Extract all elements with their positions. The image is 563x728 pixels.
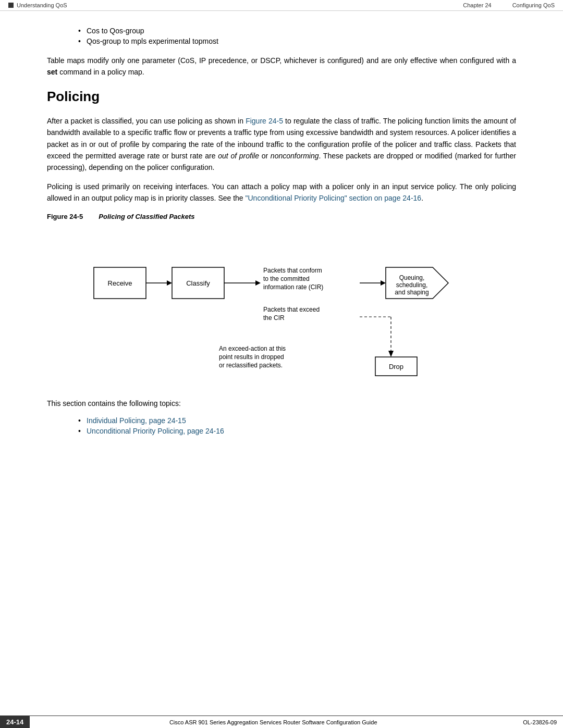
packets-conform-text2: to the committed <box>263 275 310 282</box>
figure-link[interactable]: Figure 24-5 <box>246 117 283 125</box>
para1: After a packet is classified, you can us… <box>47 115 516 174</box>
header-section-label: Understanding QoS <box>17 2 67 8</box>
table-maps-text1: Table maps modify only one parameter (Co… <box>47 56 516 65</box>
list-item: Individual Policing, page 24-15 <box>78 416 516 425</box>
footer-right-text: OL-23826-09 <box>517 716 563 728</box>
exceed-action-text2: point results in dropped <box>219 353 284 361</box>
receive-label: Receive <box>108 279 132 287</box>
table-maps-text2: command in a policy map. <box>59 68 144 76</box>
list-item: Qos-group to mpls experimental topmost <box>78 37 516 45</box>
exceed-action-text1: An exceed-action at this <box>219 345 286 352</box>
exceed-action-text3: or reclassified packets. <box>219 362 283 369</box>
para1-italic2: nonconforming <box>271 152 319 160</box>
header-icon <box>8 3 14 8</box>
svg-marker-2 <box>167 280 172 286</box>
table-maps-para: Table maps modify only one parameter (Co… <box>47 55 516 78</box>
classify-label: Classify <box>186 279 210 287</box>
individual-policing-link[interactable]: Individual Policing, page 24-15 <box>87 416 186 425</box>
footer-center-text: Cisco ASR 901 Series Aggregation Service… <box>30 716 517 728</box>
unconditional-priority-link[interactable]: Unconditional Priority Policing, page 24… <box>87 427 224 435</box>
svg-marker-11 <box>388 351 394 357</box>
queuing-text1: Queuing, <box>399 274 425 281</box>
footer-page-number: 24-14 <box>0 716 30 728</box>
drop-label: Drop <box>389 363 403 371</box>
header-configuring: Configuring QoS <box>512 2 555 8</box>
list-item: Unconditional Priority Policing, page 24… <box>78 427 516 435</box>
figure-title: Policing of Classified Packets <box>99 213 194 220</box>
diagram-container: Receive Classify Packets that conform to… <box>47 226 516 387</box>
figure-label: Figure 24-5 <box>47 213 83 220</box>
queuing-text2: scheduling, <box>396 281 428 289</box>
packets-conform-text1: Packets that conform <box>263 267 322 274</box>
topics-intro: This section contains the following topi… <box>47 398 516 409</box>
figure-caption: Figure 24-5 Policing of Classified Packe… <box>47 213 516 220</box>
section-heading: Policing <box>47 89 516 105</box>
svg-marker-7 <box>381 280 386 286</box>
main-content: Cos to Qos-group Qos-group to mpls exper… <box>0 11 563 486</box>
topics-list: Individual Policing, page 24-15 Uncondit… <box>78 416 516 435</box>
para1-text1: After a packet is classified, you can us… <box>47 117 246 125</box>
packets-exceed-text2: the CIR <box>263 314 285 322</box>
footer-bar: 24-14 Cisco ASR 901 Series Aggregation S… <box>0 715 563 728</box>
header-right: Chapter 24 Configuring QoS <box>463 2 555 8</box>
packets-exceed-text1: Packets that exceed <box>263 306 320 313</box>
intro-bullet-list: Cos to Qos-group Qos-group to mpls exper… <box>78 27 516 45</box>
header-chapter: Chapter 24 <box>463 2 491 8</box>
policing-diagram: Receive Classify Packets that conform to… <box>83 226 480 387</box>
queuing-text3: and shaping <box>395 289 429 296</box>
list-item: Cos to Qos-group <box>78 27 516 35</box>
packets-conform-text3: information rate (CIR) <box>263 283 323 291</box>
para1-italic1: out of profile <box>218 152 259 160</box>
header-left: Understanding QoS <box>8 2 67 8</box>
para2-suffix: . <box>421 194 423 202</box>
unconditional-link[interactable]: "Unconditional Priority Policing" sectio… <box>246 194 422 202</box>
para1-text3: or <box>259 152 271 160</box>
svg-marker-5 <box>255 280 261 286</box>
table-maps-bold: set <box>47 68 57 76</box>
header-bar: Understanding QoS Chapter 24 Configuring… <box>0 0 563 11</box>
para2: Policing is used primarily on receiving … <box>47 181 516 204</box>
